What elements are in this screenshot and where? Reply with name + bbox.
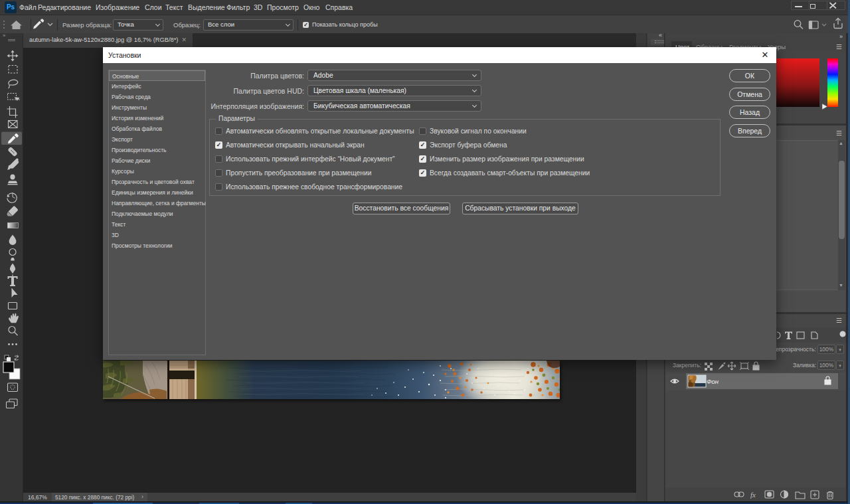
svg-text:fx: fx (750, 491, 756, 499)
svg-text:Фон: Фон (707, 378, 719, 385)
